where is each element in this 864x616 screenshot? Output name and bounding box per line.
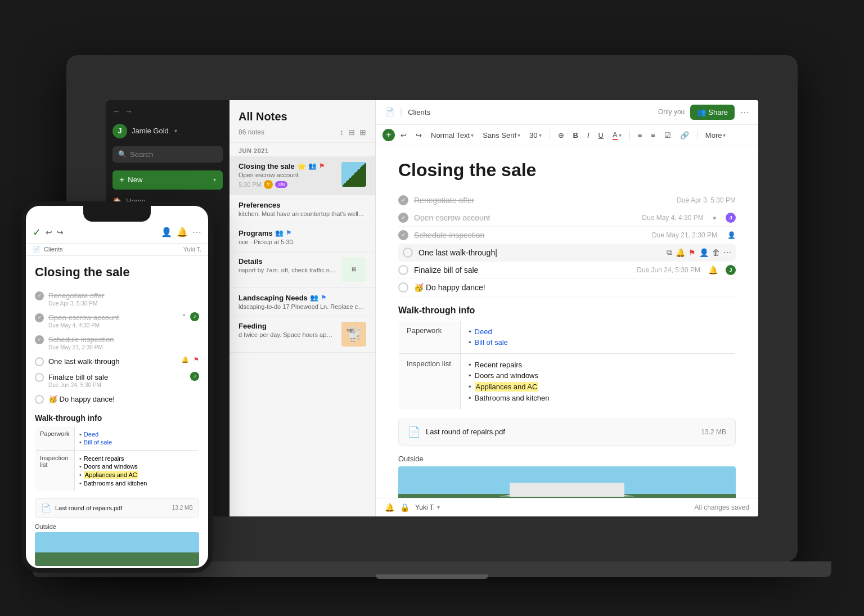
phone-task-row: Finalize bill of sale Due Jun 24, 5:30 P… — [35, 369, 199, 391]
bold-button[interactable]: B — [570, 129, 582, 142]
numbered-list-button[interactable]: ≡ — [647, 129, 659, 142]
text-color-dropdown[interactable]: A ▾ — [609, 128, 625, 142]
flag-icon[interactable]: ⚑ — [194, 356, 199, 363]
task-text: Open escrow account — [414, 213, 636, 222]
copy-icon[interactable]: ⧉ — [667, 248, 672, 257]
phone-note-title[interactable]: Closing the sale — [35, 265, 199, 280]
font-family-dropdown[interactable]: Sans Serif ▾ — [479, 129, 524, 142]
sort-icon[interactable]: ↕ — [340, 128, 344, 137]
note-title[interactable]: Closing the sale — [398, 160, 736, 181]
note-item-preferences[interactable]: Preferences kitchen. Must have an counte… — [230, 195, 375, 223]
people-icon: 👥 — [275, 229, 284, 237]
user-profile[interactable]: J Jamie Gold ▾ — [106, 120, 230, 142]
back-arrow[interactable]: ← — [112, 107, 120, 116]
highlighted-text: Appliances and AC — [475, 382, 539, 392]
deed-link[interactable]: Deed — [84, 431, 98, 438]
user-selector[interactable]: Yuki T. ▾ — [415, 503, 440, 511]
new-button[interactable]: + New ▾ — [112, 170, 223, 190]
undo-button[interactable]: ↩ — [397, 129, 410, 142]
task-text[interactable]: One last walk-through — [418, 248, 661, 257]
task-checkbox[interactable] — [35, 395, 44, 404]
check-icon[interactable]: ✓ — [33, 226, 41, 239]
task-checkbox[interactable]: ✓ — [398, 213, 408, 223]
search-button[interactable]: 🔍 Search — [112, 146, 223, 163]
trash-icon[interactable]: 🗑 — [712, 248, 720, 257]
filter-icon[interactable]: ⊟ — [348, 128, 355, 137]
font-size-dropdown[interactable]: 30 ▾ — [526, 129, 544, 142]
table-row: Paperwork Deed Bill of sale — [399, 320, 736, 353]
redo-button[interactable]: ↪ — [412, 129, 425, 142]
bell-icon[interactable]: 🔔 — [676, 248, 685, 257]
link-button[interactable]: 🔗 — [677, 129, 692, 142]
deed-link[interactable]: Deed — [475, 327, 492, 336]
separator — [550, 130, 550, 140]
text-style-dropdown[interactable]: Normal Text ▾ — [428, 129, 477, 142]
note-item-landscaping[interactable]: Landscaping Needs 👥 ⚑ ldscaping-to-do 17… — [230, 288, 375, 316]
add-content-button[interactable]: + — [382, 129, 395, 141]
bill-of-sale-link[interactable]: Bill of sale — [475, 338, 508, 347]
share-button[interactable]: 👥 Share — [690, 105, 735, 120]
pdf-attachment[interactable]: 📄 Last round of repairs.pdf 13.2 MB — [398, 419, 736, 446]
bell-icon[interactable]: 🔔 — [708, 266, 718, 275]
note-item-feeding[interactable]: Feeding d twice per day. Space hours apa… — [230, 316, 375, 353]
checklist-button[interactable]: ☑ — [661, 129, 674, 142]
forward-arrow[interactable]: → — [125, 107, 133, 116]
lock-icon[interactable]: 🔒 — [400, 503, 410, 512]
editor-content: Closing the sale ✓ Renegotiate offer Due… — [376, 146, 758, 498]
notes-meta: 86 notes ↕ ⊟ ⊞ — [238, 128, 366, 137]
bell-icon[interactable]: 🔔 — [177, 227, 188, 237]
task-text: One last walk-through — [48, 357, 119, 366]
task-checkbox[interactable] — [398, 265, 408, 275]
bell-icon[interactable]: 🔔 — [385, 503, 394, 512]
undo-icon[interactable]: ↩ — [46, 228, 52, 237]
more-dropdown[interactable]: More ▾ — [702, 129, 730, 142]
task-text: Schedule inspection — [414, 231, 646, 240]
star-icon: ⭐ — [297, 162, 306, 170]
task-text: Schedule inspection — [48, 335, 114, 344]
person-icon[interactable]: 👤 — [161, 227, 172, 237]
note-item-details[interactable]: Details nsport by 7am. oft, check traffi… — [230, 251, 375, 288]
flag-icon[interactable]: ⚑ — [688, 248, 696, 257]
bullet-list-button[interactable]: ≡ — [634, 129, 646, 142]
bell-icon[interactable]: 🔔 — [181, 356, 189, 363]
doc-user: Yuki T. — [183, 246, 201, 253]
status-dot: ● — [713, 214, 717, 222]
note-preview: d twice per day. Space hours apart. Plea… — [238, 331, 336, 338]
more-icon[interactable]: ⋯ — [192, 227, 201, 237]
phone-doc-bar: 📄 Clients Yuki T. — [26, 244, 208, 256]
task-checkbox[interactable] — [398, 282, 408, 293]
redo-icon[interactable]: ↪ — [57, 228, 64, 237]
task-checkbox[interactable]: ✓ — [35, 335, 44, 344]
person-icon[interactable]: 👤 — [699, 248, 709, 257]
task-text: Finalize bill of sale — [48, 373, 108, 381]
bill-link[interactable]: Bill of sale — [84, 439, 112, 446]
task-checkbox[interactable]: ✓ — [35, 313, 44, 322]
task-checkbox[interactable] — [35, 357, 44, 366]
italic-button[interactable]: I — [584, 129, 593, 142]
note-content: Preferences kitchen. Must have an counte… — [238, 201, 366, 217]
chevron-down-icon: ▾ — [539, 132, 542, 138]
list-item: Bathrooms and kitchen — [469, 393, 727, 403]
task-checkbox[interactable] — [403, 248, 413, 258]
phone-task-row: ✓ Renegotiate offer Due Apr 3, 5:30 PM — [35, 287, 199, 309]
more-label: More — [705, 131, 722, 140]
phone-pdf-attachment[interactable]: 📄 Last round of repairs.pdf 13.2 MB — [35, 498, 199, 518]
editor-toolbar: + ↩ ↪ Normal Text ▾ Sans Serif ▾ 30 ▾ ⊕ … — [376, 125, 758, 146]
pdf-name: Last round of repairs.pdf — [55, 505, 168, 511]
share-icon: 👥 — [697, 108, 706, 116]
note-item-programs[interactable]: Programs 👥 ⚑ nce · Pickup at 5:30. — [230, 223, 375, 251]
add-circle-button[interactable]: ⊕ — [555, 129, 568, 142]
task-checkbox[interactable]: ✓ — [398, 195, 408, 205]
note-time: 5:30 PM — [238, 181, 262, 188]
task-checkbox[interactable] — [35, 373, 44, 382]
qr-image: ⊞ — [352, 266, 356, 272]
task-checkbox[interactable]: ✓ — [398, 230, 408, 240]
grid-icon[interactable]: ⊞ — [359, 128, 366, 137]
task-text: 🥳 Do happy dance! — [414, 283, 736, 292]
more-icon[interactable]: ⋯ — [723, 248, 731, 257]
list-item: Deed — [79, 430, 194, 438]
more-icon[interactable]: ⋯ — [740, 107, 749, 118]
underline-button[interactable]: U — [595, 129, 607, 142]
note-item-closing-sale[interactable]: Closing the sale ⭐ 👥 ⚑ Open escrow accou… — [230, 156, 375, 195]
task-checkbox[interactable]: ✓ — [35, 291, 44, 300]
